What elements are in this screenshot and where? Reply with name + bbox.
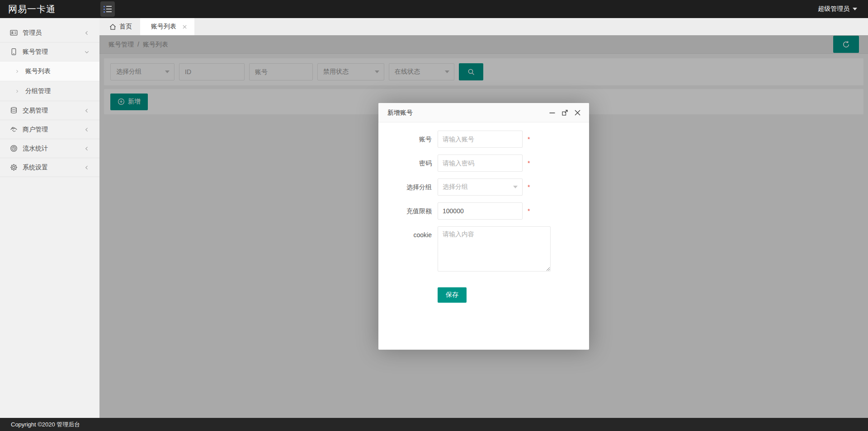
cookie-field[interactable]: [438, 226, 551, 272]
app-root: 网易一卡通 超级管理员 管理员: [0, 0, 868, 431]
sidebar-item-merchant-mgmt[interactable]: 商户管理: [0, 120, 99, 139]
required-mark: *: [528, 131, 530, 148]
chevron-down-icon: [84, 49, 90, 55]
required-mark: *: [528, 178, 530, 196]
handshake-icon: [10, 126, 18, 133]
required-mark: *: [528, 155, 530, 172]
id-card-icon: [10, 29, 18, 37]
window-controls: [549, 103, 581, 122]
chevron-left-icon: [84, 146, 90, 151]
modal-title-bar: 新增账号: [378, 103, 589, 122]
database-icon: [10, 107, 18, 114]
close-icon[interactable]: [574, 109, 581, 116]
sidebar-item-transaction-mgmt[interactable]: 交易管理: [0, 101, 99, 120]
hamburger-icon: [104, 6, 112, 13]
modal-title: 新增账号: [387, 103, 413, 122]
required-mark: *: [528, 202, 530, 220]
menu-toggle-button[interactable]: [100, 1, 115, 17]
sidebar-item-group-mgmt[interactable]: 分组管理: [0, 81, 99, 101]
sidebar-group-account: 账号管理 账号列表: [0, 42, 99, 101]
clock-icon: [10, 145, 18, 152]
arrow-right-icon: [14, 89, 20, 94]
chevron-left-icon: [84, 165, 90, 170]
tab-home[interactable]: 首页: [99, 18, 140, 35]
chevron-left-icon: [84, 127, 90, 132]
sidebar-item-account-list[interactable]: 账号列表: [0, 61, 99, 81]
user-menu[interactable]: 超级管理员: [818, 0, 857, 18]
form-row-account: 账号 *: [378, 131, 589, 148]
minimize-icon[interactable]: [549, 109, 556, 116]
sidebar-item-flow-stats[interactable]: 流水统计: [0, 139, 99, 158]
sidebar-item-account-mgmt[interactable]: 账号管理: [0, 42, 99, 61]
save-button[interactable]: 保存: [438, 287, 467, 303]
account-field[interactable]: [438, 131, 523, 148]
select-caret-icon: [513, 186, 518, 188]
form-row-recharge-limit: 充值限额 *: [378, 202, 589, 220]
chevron-left-icon: [84, 108, 90, 113]
app-title: 网易一卡通: [8, 0, 56, 18]
sidebar-item-admin[interactable]: 管理员: [0, 23, 99, 42]
add-account-form: 账号 * 密码 * 选择分组 选择分组: [378, 122, 589, 303]
tab-account-list[interactable]: 账号列表: [140, 18, 194, 35]
user-menu-label: 超级管理员: [818, 5, 849, 13]
sidebar-item-system-settings[interactable]: 系统设置: [0, 158, 99, 177]
sidebar-nav: 管理员 账号管理: [0, 18, 99, 177]
close-icon[interactable]: [182, 24, 187, 29]
add-account-modal: 新增账号 账号 *: [378, 103, 589, 350]
password-field[interactable]: [438, 155, 523, 172]
app-footer: Copyright ©2020 管理后台: [0, 418, 868, 431]
tab-bar: 首页 账号列表: [99, 18, 868, 35]
caret-down-icon: [853, 8, 857, 10]
mobile-icon: [10, 48, 18, 56]
maximize-icon[interactable]: [561, 109, 568, 116]
form-row-password: 密码 *: [378, 155, 589, 172]
app-header: 网易一卡通 超级管理员: [0, 0, 868, 18]
form-row-cookie: cookie: [378, 226, 589, 273]
sidebar-submenu: 账号列表 分组管理: [0, 61, 99, 101]
form-row-group: 选择分组 选择分组 *: [378, 178, 589, 196]
recharge-limit-field[interactable]: [438, 202, 523, 220]
gear-icon: [10, 164, 18, 171]
sidebar: 管理员 账号管理: [0, 18, 99, 418]
group-select[interactable]: 选择分组: [438, 178, 523, 196]
home-icon: [109, 23, 116, 30]
chevron-left-icon: [84, 30, 90, 36]
arrow-right-icon: [14, 69, 20, 74]
